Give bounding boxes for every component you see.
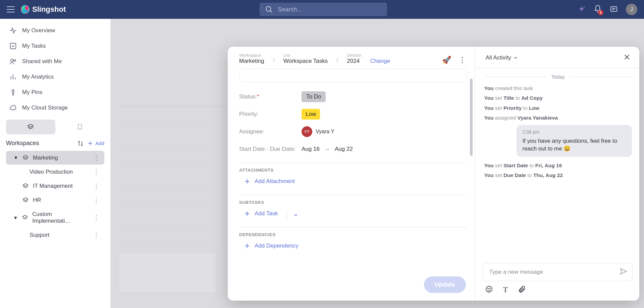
send-icon xyxy=(620,267,628,275)
workspace-it-management[interactable]: IT Management ⋮ xyxy=(6,179,104,193)
attach-button[interactable] xyxy=(518,285,526,295)
priority-select[interactable]: Low xyxy=(302,109,320,120)
change-location-button[interactable]: Change xyxy=(370,58,390,64)
rocket-icon[interactable]: 🚀 xyxy=(442,56,451,64)
attachments-heading: ATTACHMENTS xyxy=(239,168,467,173)
add-subtask-button[interactable]: Add Task xyxy=(244,208,278,222)
assignee-label: Assignee: xyxy=(239,128,302,135)
workspace-video-production[interactable]: Video Production ⋮ xyxy=(6,165,104,179)
scrollbar[interactable] xyxy=(469,69,473,205)
workspace-support[interactable]: Support ⋮ xyxy=(6,228,104,242)
svg-marker-18 xyxy=(23,198,28,201)
notifications-button[interactable]: 1 xyxy=(594,5,602,14)
status-select[interactable]: To Do xyxy=(302,91,326,102)
sidebar: My Overview My Tasks Shared with Me My A… xyxy=(0,19,111,308)
nav-label: My Cloud Storage xyxy=(22,104,68,111)
sort-icon[interactable] xyxy=(77,140,84,147)
workspace-hr[interactable]: HR ⋮ xyxy=(6,193,104,207)
plus-icon xyxy=(244,210,251,217)
paperclip-icon xyxy=(518,285,526,293)
send-button[interactable] xyxy=(620,267,628,277)
arrow-right-icon: → xyxy=(324,146,330,152)
activity-filter-select[interactable]: All Activity xyxy=(486,54,518,61)
menu-toggle-button[interactable] xyxy=(7,6,15,12)
nav-label: My Analytics xyxy=(22,74,54,80)
task-more-button[interactable]: ⋮ xyxy=(459,56,466,64)
nav-shared-with-me[interactable]: Shared with Me xyxy=(0,54,110,69)
chevron-down-icon xyxy=(513,55,518,60)
notification-badge: 1 xyxy=(598,10,603,15)
dates-label: Start Date - Due Date: xyxy=(239,146,302,152)
caret-down-icon: ▾ xyxy=(13,214,18,221)
close-button[interactable] xyxy=(623,53,631,62)
subtasks-heading: SUBTASKS xyxy=(239,200,467,205)
svg-rect-4 xyxy=(611,7,617,11)
svg-point-0 xyxy=(266,7,271,11)
status-label: Status: xyxy=(239,93,257,100)
add-attachment-button[interactable]: Add Attachment xyxy=(239,175,467,190)
nav-my-analytics[interactable]: My Analytics xyxy=(0,69,110,85)
nav-my-pins[interactable]: My Pins xyxy=(0,85,110,100)
emoji-icon xyxy=(485,285,493,293)
activity-log: You assigned Vyara Yanakieva xyxy=(484,114,632,122)
activity-log: You set Title to Ad Copy xyxy=(484,94,632,102)
nav-label: My Pins xyxy=(22,89,42,96)
svg-line-1 xyxy=(270,11,272,12)
nav-my-cloud-storage[interactable]: My Cloud Storage xyxy=(0,100,110,116)
workspace-marketing[interactable]: ▾ Marketing ⋮ xyxy=(6,151,104,165)
subtask-dropdown-button[interactable] xyxy=(287,210,299,220)
svg-marker-2 xyxy=(579,6,584,12)
assignee-name: Vyara Y xyxy=(316,129,334,135)
svg-point-29 xyxy=(486,286,492,292)
bar-chart-icon xyxy=(9,73,17,81)
workspace-label: IT Management xyxy=(33,183,73,189)
crumb-list-label: List xyxy=(283,53,328,58)
plus-icon xyxy=(87,140,93,146)
nav-my-tasks[interactable]: My Tasks xyxy=(0,38,110,54)
svg-point-8 xyxy=(11,59,13,61)
svg-marker-3 xyxy=(583,6,585,8)
svg-point-9 xyxy=(14,60,16,62)
message-input[interactable] xyxy=(489,268,620,276)
emoji-button[interactable] xyxy=(485,285,493,295)
workspace-label: HR xyxy=(33,197,41,204)
user-avatar[interactable]: J xyxy=(626,4,637,15)
nav-my-overview[interactable]: My Overview xyxy=(0,23,110,38)
add-workspace-button[interactable]: Add xyxy=(87,140,104,146)
sidebar-tab-layers[interactable] xyxy=(6,120,55,134)
layers-icon xyxy=(22,183,29,189)
add-dependency-button[interactable]: Add Dependency xyxy=(239,240,467,255)
app-logo[interactable]: Slingshot xyxy=(21,5,66,14)
search-field[interactable] xyxy=(260,3,387,16)
chat-icon[interactable] xyxy=(610,5,618,13)
activity-log: You set Start Date to Fri, Aug 16 xyxy=(484,162,632,169)
workspace-label: Support xyxy=(30,232,50,238)
workspace-custom-implementation[interactable]: ▾ Custom Implementati… ⋮ xyxy=(6,208,104,228)
svg-marker-13 xyxy=(28,124,34,127)
assignee-avatar: VY xyxy=(302,126,312,137)
crumb-workspace-label: Workspace xyxy=(239,53,264,58)
assignee-select[interactable]: VY Vyara Y xyxy=(302,126,334,137)
required-icon: * xyxy=(257,93,259,100)
app-name: Slingshot xyxy=(32,5,66,14)
description-input[interactable] xyxy=(239,69,467,82)
pulse-icon xyxy=(9,27,17,34)
scrollbar-thumb[interactable] xyxy=(470,79,473,156)
nav-label: Shared with Me xyxy=(22,58,62,65)
svg-point-30 xyxy=(488,288,488,289)
due-date[interactable]: Aug 22 xyxy=(335,146,353,152)
crumb-workspace-value[interactable]: Marketing xyxy=(239,58,264,64)
start-date[interactable]: Aug 16 xyxy=(302,146,320,152)
update-button[interactable]: Update xyxy=(424,276,466,293)
format-button[interactable]: T xyxy=(503,285,508,295)
chevron-down-icon xyxy=(293,212,299,218)
svg-marker-17 xyxy=(23,184,28,186)
layers-icon xyxy=(27,123,34,131)
sidebar-tab-bookmarks[interactable] xyxy=(55,120,105,134)
crumb-section-label: Section xyxy=(347,53,361,58)
crumb-section-value[interactable]: 2024 xyxy=(347,58,361,64)
crumb-list-value[interactable]: Workspace Tasks xyxy=(283,58,328,64)
sparkle-icon[interactable] xyxy=(578,5,586,13)
search-input[interactable] xyxy=(277,6,382,13)
message-input-wrap[interactable] xyxy=(482,263,633,281)
